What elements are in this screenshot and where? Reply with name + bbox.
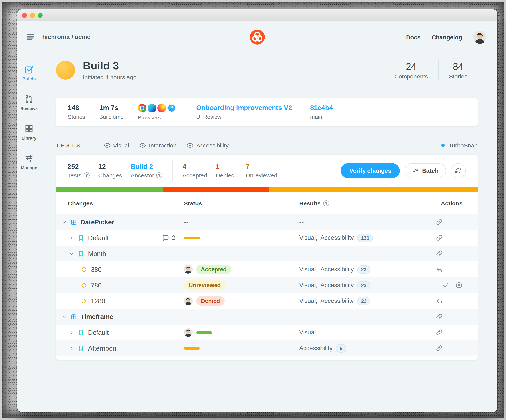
toggle-accessibility[interactable]: Accessibility xyxy=(187,142,228,149)
row-name: 380 xyxy=(91,266,102,273)
row-name: 780 xyxy=(91,281,102,289)
page-title: Build 3 xyxy=(83,60,137,72)
pull-request-link[interactable]: Onboarding improvements V2 xyxy=(196,104,292,112)
row-name: Default xyxy=(88,234,109,242)
refresh-icon xyxy=(455,168,461,174)
table-row-1280[interactable]: 1280DeniedVisual, Accessibility23 xyxy=(56,293,478,309)
changelog-link[interactable]: Changelog xyxy=(432,34,462,40)
results-count-badge: 23 xyxy=(357,265,370,273)
browsers-stat: Browsers xyxy=(138,103,176,121)
row-name: DatePicker xyxy=(80,218,114,226)
batch-button[interactable]: Batch xyxy=(405,163,446,178)
chromatic-logo-icon[interactable] xyxy=(250,30,265,45)
table-footer-padding xyxy=(56,356,478,360)
minimize-window-button[interactable] xyxy=(30,13,35,18)
progress-segment-red xyxy=(163,187,269,192)
divider xyxy=(173,160,173,181)
user-avatar[interactable] xyxy=(473,31,486,44)
table-row-380[interactable]: 380AcceptedVisual, Accessibility23 xyxy=(56,261,478,277)
chevron-down-icon[interactable] xyxy=(62,220,67,225)
progress-segment-orange xyxy=(269,187,478,192)
turbosnap-indicator[interactable]: TurboSnap xyxy=(441,142,478,149)
verify-changes-button[interactable]: Verify changes xyxy=(341,163,400,178)
link-action-icon[interactable] xyxy=(436,345,443,352)
results-tests: Visual, Accessibility xyxy=(299,297,354,304)
toggle-interaction[interactable]: Interaction xyxy=(140,142,177,149)
results-empty: -- xyxy=(299,313,304,320)
docs-link[interactable]: Docs xyxy=(406,34,420,40)
stories-count: 84 xyxy=(449,61,467,72)
help-icon[interactable]: ? xyxy=(84,172,90,178)
component-grid-icon xyxy=(70,313,77,320)
ancestor-build-link[interactable]: Build 2 xyxy=(131,163,162,171)
commit-ref: 81e4b4 main xyxy=(310,104,333,120)
help-icon[interactable]: ? xyxy=(323,200,329,206)
build-time-stat: 1m 7s Build time xyxy=(99,104,124,120)
menu-icon[interactable] xyxy=(26,32,35,42)
sidebar-item-label: Library xyxy=(22,136,37,140)
chevron-right-icon[interactable] xyxy=(69,330,74,335)
sidebar-item-reviews[interactable]: Reviews xyxy=(20,95,38,111)
link-action-icon[interactable] xyxy=(436,219,443,226)
builds-icon xyxy=(25,65,33,74)
chevron-down-icon[interactable] xyxy=(69,251,74,256)
help-icon[interactable]: ? xyxy=(156,172,162,178)
viewport-diamond-icon xyxy=(80,297,87,304)
table-row-780[interactable]: 780UnreviewedVisual, Accessibility23 xyxy=(56,277,478,293)
table-row-timeframe[interactable]: Timeframe---- xyxy=(56,309,478,324)
eye-icon xyxy=(104,142,110,149)
table-row-month[interactable]: Month---- xyxy=(56,246,478,261)
stories-run-stat: 148 Stories xyxy=(68,104,85,120)
ancestor-stat: Build 2 Ancestor? xyxy=(131,163,162,178)
results-count-badge: 131 xyxy=(357,234,373,242)
edge-browser-icon xyxy=(148,104,156,112)
row-name: 1280 xyxy=(91,297,105,305)
toggle-visual[interactable]: Visual xyxy=(104,142,129,149)
progress-segment-green xyxy=(56,187,163,192)
link-action-icon[interactable] xyxy=(436,234,443,241)
test-type-toggles: Visual Interaction xyxy=(104,142,228,149)
chevron-right-icon[interactable] xyxy=(69,346,74,351)
link-action-icon[interactable] xyxy=(436,329,443,336)
rerun-build-button[interactable] xyxy=(451,163,466,178)
status-badge: Denied xyxy=(196,296,225,306)
undo-action-icon[interactable] xyxy=(436,297,443,304)
row-name: Default xyxy=(88,329,109,336)
eye-icon xyxy=(187,142,193,149)
link-action-icon[interactable] xyxy=(436,313,443,320)
status-badge: Accepted xyxy=(196,265,232,274)
window-titlebar xyxy=(17,9,497,21)
table-row-default[interactable]: Default2Visual, Accessibility131 xyxy=(56,230,478,246)
close-window-button[interactable] xyxy=(22,13,27,18)
bookmark-icon xyxy=(78,329,85,336)
sidebar-item-builds[interactable]: Builds xyxy=(22,65,35,81)
tests-stat: 252 Tests? xyxy=(67,163,90,178)
bookmark-icon xyxy=(78,250,85,257)
safari-browser-icon xyxy=(167,104,176,112)
sidebar-item-manage[interactable]: Manage xyxy=(21,154,37,170)
table-header: Changes Status Results? Actions xyxy=(56,192,478,214)
app-header: hichroma / acme Docs Changelog xyxy=(17,21,497,53)
table-row-datepicker[interactable]: DatePicker---- xyxy=(56,214,478,230)
divider xyxy=(186,101,186,123)
zoom-window-button[interactable] xyxy=(38,13,43,18)
comments-indicator[interactable]: 2 xyxy=(162,234,184,241)
chevron-down-icon[interactable] xyxy=(62,314,67,319)
turbosnap-dot-icon xyxy=(441,143,445,147)
sidebar-item-library[interactable]: Library xyxy=(22,124,37,140)
components-count: 24 xyxy=(394,61,428,72)
link-action-icon[interactable] xyxy=(436,250,443,257)
undo-action-icon[interactable] xyxy=(436,266,443,273)
column-header-status: Status xyxy=(184,200,299,207)
accept-action-icon[interactable] xyxy=(442,282,449,289)
reviewer-avatar xyxy=(184,297,193,305)
deny-action-icon[interactable] xyxy=(455,282,463,289)
commit-link[interactable]: 81e4b4 xyxy=(310,104,333,112)
main-content: Build 3 Initiated 4 hours ago 24 Compone… xyxy=(41,53,497,411)
table-row-default[interactable]: DefaultVisual xyxy=(56,324,478,340)
breadcrumb[interactable]: hichroma / acme xyxy=(42,33,91,41)
table-row-afternoon[interactable]: AfternoonAccessibility5 xyxy=(56,340,478,356)
chevron-right-icon[interactable] xyxy=(69,235,74,240)
status-progress-bar xyxy=(196,331,212,334)
status-progress-bar xyxy=(184,347,200,350)
